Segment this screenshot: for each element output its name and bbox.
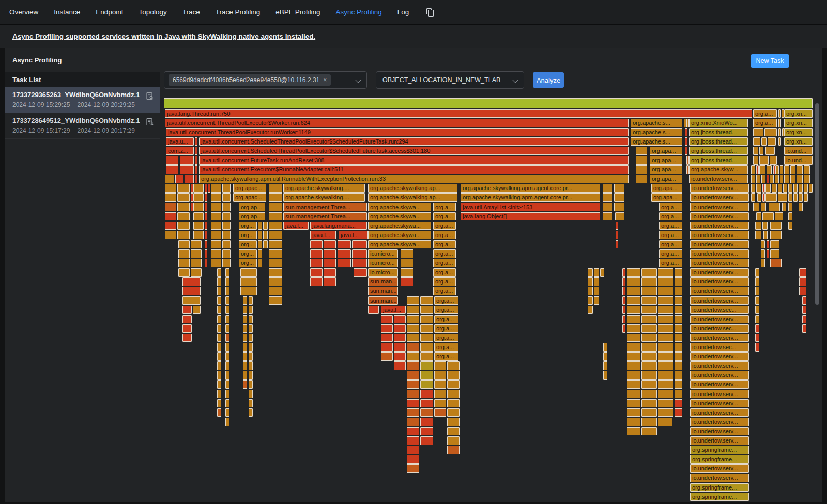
flame-cell[interactable] xyxy=(225,352,229,361)
flame-cell[interactable] xyxy=(269,287,282,295)
flame-cell[interactable] xyxy=(407,324,419,333)
flame-cell[interactable] xyxy=(799,277,806,286)
flame-cell[interactable] xyxy=(434,361,446,370)
flame-cell[interactable] xyxy=(675,371,682,380)
flame-cell[interactable] xyxy=(627,408,640,417)
flame-cell[interactable] xyxy=(211,193,221,202)
flame-cell[interactable] xyxy=(622,268,625,277)
flame-cell[interactable]: org.xnio.XnioWo... xyxy=(689,119,748,128)
flame-cell[interactable] xyxy=(394,343,406,352)
flame-cell[interactable] xyxy=(217,268,221,277)
flame-cell[interactable] xyxy=(799,287,806,295)
flame-cell[interactable] xyxy=(394,352,406,361)
flame-cell[interactable] xyxy=(217,306,221,314)
flame-cell[interactable] xyxy=(753,203,759,212)
flame-cell[interactable] xyxy=(324,240,336,249)
flame-cell[interactable] xyxy=(211,249,221,258)
flame-cell[interactable] xyxy=(658,277,673,286)
flame-cell[interactable] xyxy=(588,306,593,314)
flame-cell[interactable] xyxy=(249,408,253,417)
flame-cell[interactable]: org.jboss.thread... xyxy=(689,137,748,146)
flame-cell[interactable]: io.undertow.serv... xyxy=(690,277,749,286)
flame-cell[interactable]: org.apache.skywalking.ap... xyxy=(368,184,457,193)
flame-cell[interactable]: java.util.concurrent.FutureTask.runAndRe… xyxy=(199,156,629,165)
flame-cell[interactable] xyxy=(269,240,282,249)
flame-cell[interactable]: java.lang.mana... xyxy=(310,222,367,230)
flame-cell[interactable] xyxy=(627,306,640,314)
flame-cell[interactable] xyxy=(177,203,190,212)
flame-cell[interactable] xyxy=(249,399,253,408)
flame-cell[interactable] xyxy=(588,277,593,286)
flame-cell[interactable] xyxy=(225,334,229,342)
flame-cell[interactable]: org.apache.skywalking.apm.util.RunnableW… xyxy=(199,175,629,183)
flame-cell[interactable] xyxy=(675,408,682,417)
flame-cell[interactable]: org.springframe... xyxy=(690,493,749,501)
flame-cell[interactable] xyxy=(594,287,599,295)
flame-cell[interactable]: org.a... xyxy=(434,324,458,333)
flame-cell[interactable] xyxy=(685,147,687,155)
flame-cell[interactable]: io.micro... xyxy=(368,259,398,267)
flame-cell[interactable] xyxy=(177,193,190,202)
flame-cell[interactable] xyxy=(756,184,761,193)
flame-cell[interactable] xyxy=(324,259,336,267)
flame-cell[interactable]: io.undertow.serv... xyxy=(690,399,749,408)
flame-cell[interactable] xyxy=(588,268,593,277)
flame-cell[interactable] xyxy=(756,175,760,183)
flame-cell[interactable] xyxy=(768,137,776,146)
flame-cell[interactable] xyxy=(588,296,593,305)
flame-cell[interactable]: io.undertow.serv... xyxy=(690,334,749,342)
flame-cell[interactable] xyxy=(636,165,647,174)
flame-cell[interactable] xyxy=(761,259,765,267)
flame-cell[interactable] xyxy=(603,184,612,193)
flame-cell[interactable] xyxy=(178,268,190,277)
flame-cell[interactable] xyxy=(269,249,282,258)
flame-cell[interactable] xyxy=(627,296,640,305)
flame-cell[interactable] xyxy=(249,324,253,333)
flame-cell[interactable] xyxy=(759,165,765,174)
flame-cell[interactable] xyxy=(164,98,813,108)
flame-cell[interactable] xyxy=(420,296,433,305)
flame-cell[interactable] xyxy=(258,231,262,240)
flame-cell[interactable] xyxy=(658,315,673,324)
flame-cell[interactable]: org.a... xyxy=(659,203,682,212)
flame-cell[interactable] xyxy=(193,184,204,193)
flame-cell[interactable] xyxy=(809,184,813,193)
flame-cell[interactable] xyxy=(249,343,253,352)
flame-cell[interactable]: java.l... xyxy=(310,231,336,240)
flame-cell[interactable] xyxy=(407,446,419,454)
flame-cell[interactable] xyxy=(770,156,777,165)
nav-item-async-profiling[interactable]: Async Profiling xyxy=(336,8,382,16)
task-detail-icon[interactable] xyxy=(146,118,154,128)
flame-cell[interactable] xyxy=(211,203,221,212)
flame-cell[interactable] xyxy=(401,268,414,277)
flame-cell[interactable]: io.undertow.serv... xyxy=(690,249,749,258)
flame-cell[interactable] xyxy=(394,361,406,370)
flame-cell[interactable] xyxy=(627,324,640,333)
flame-cell[interactable] xyxy=(217,315,221,324)
flame-cell[interactable] xyxy=(225,408,229,417)
flame-cell[interactable] xyxy=(324,249,336,258)
flame-cell[interactable] xyxy=(778,193,787,202)
flame-cell[interactable] xyxy=(249,306,253,314)
flame-cell[interactable] xyxy=(225,418,229,427)
task-list-item[interactable]: 1733728649512_YWdlbnQ6OnNvbmdz.12024-12-… xyxy=(5,113,160,139)
flame-cell[interactable] xyxy=(407,334,419,342)
flame-cell[interactable] xyxy=(756,165,759,174)
flame-cell[interactable] xyxy=(685,137,687,146)
flame-cell[interactable] xyxy=(407,371,419,380)
flame-cell[interactable]: org... xyxy=(239,259,257,267)
flame-cell[interactable] xyxy=(225,371,229,380)
flame-cell[interactable] xyxy=(420,352,433,361)
flame-cell[interactable] xyxy=(641,287,657,295)
flame-cell[interactable]: io.und... xyxy=(784,156,813,165)
flame-cell[interactable] xyxy=(622,306,625,314)
flame-cell[interactable]: org.jboss.thread... xyxy=(689,156,748,165)
flame-cell[interactable] xyxy=(434,380,446,389)
flame-cell[interactable]: org.a... xyxy=(433,268,456,277)
flame-cell[interactable]: io.undertow.serv... xyxy=(690,315,749,324)
flame-cell[interactable] xyxy=(616,231,618,240)
flame-cell[interactable]: io.undertow.serv... xyxy=(690,203,749,212)
flame-cell[interactable]: io.undertow.serv... xyxy=(690,371,749,380)
flame-cell[interactable]: org.a... xyxy=(659,249,682,258)
flame-cell[interactable] xyxy=(788,184,792,193)
